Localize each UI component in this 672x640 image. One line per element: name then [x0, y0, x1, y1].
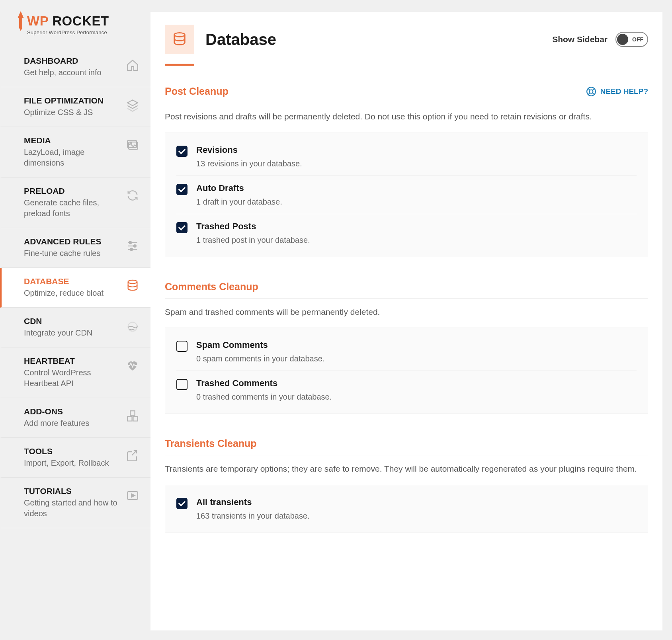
option-row: Trashed Comments 0 trashed comments in y… [176, 371, 637, 404]
toggle-knob [617, 34, 628, 45]
options-panel: Spam Comments 0 spam comments in your da… [165, 328, 648, 414]
nav-subtitle: Control WordPress Heartbeat API [24, 367, 121, 389]
svg-point-6 [129, 242, 132, 244]
checkbox[interactable] [176, 498, 188, 509]
nav-title: ADVANCED RULES [24, 237, 121, 246]
sidebar-item-media[interactable]: MEDIA LazyLoad, image dimensions [0, 127, 150, 178]
option-label: Auto Drafts [196, 183, 282, 193]
option-label: All transients [196, 497, 310, 507]
svg-line-20 [592, 93, 594, 95]
sidebar-item-cdn[interactable]: CDN Integrate your CDN [0, 308, 150, 347]
page-header: Database Show Sidebar OFF [165, 12, 648, 64]
main-content: Database Show Sidebar OFF Post Cleanup N… [150, 12, 662, 630]
show-sidebar-label: Show Sidebar [552, 35, 608, 44]
sidebar-item-tools[interactable]: TOOLS Import, Export, Rollback [0, 438, 150, 478]
sidebar-item-file-optimization[interactable]: FILE OPTIMIZATION Optimize CSS & JS [0, 87, 150, 127]
database-icon [165, 25, 194, 54]
svg-rect-13 [133, 416, 137, 421]
sidebar-item-tutorials[interactable]: TUTORIALS Getting started and how to vid… [0, 478, 150, 528]
option-row: Spam Comments 0 spam comments in your da… [176, 338, 637, 371]
section-desc: Spam and trashed comments will be perman… [165, 306, 648, 318]
sidebar-item-database[interactable]: DATABASE Optimize, reduce bloat [0, 268, 150, 308]
nav-subtitle: Import, Export, Rollback [24, 458, 121, 468]
nav-title: FILE OPTIMIZATION [24, 96, 121, 105]
svg-point-18 [589, 90, 593, 93]
nav-title: DATABASE [24, 277, 121, 286]
svg-marker-15 [131, 494, 135, 498]
nav-title: PRELOAD [24, 186, 121, 196]
option-label: Spam Comments [196, 340, 324, 350]
option-row: Trashed Posts 1 trashed post in your dat… [176, 214, 637, 247]
nav-subtitle: Get help, account info [24, 67, 121, 78]
sliders-icon [126, 239, 139, 253]
sidebar-item-heartbeat[interactable]: HEARTBEAT Control WordPress Heartbeat AP… [0, 347, 150, 398]
option-sub: 13 revisions in your database. [196, 159, 302, 168]
section-post-cleanup: Post Cleanup NEED HELP? Post revisions a… [165, 86, 648, 257]
svg-line-22 [588, 93, 590, 95]
nav-subtitle: Integrate your CDN [24, 328, 121, 338]
options-panel: Revisions 13 revisions in your database.… [165, 133, 648, 257]
sidebar-item-preload[interactable]: PRELOAD Generate cache files, preload fo… [0, 178, 150, 228]
heartbeat-icon [126, 359, 139, 372]
section-title: Comments Cleanup [165, 281, 258, 293]
checkbox[interactable] [176, 341, 188, 352]
nav-title: HEARTBEAT [24, 356, 121, 366]
option-label: Trashed Comments [196, 378, 332, 388]
layers-icon [126, 98, 139, 112]
option-row: All transients 163 transients in your da… [176, 495, 637, 523]
section-transients-cleanup: Transients Cleanup Transients are tempor… [165, 438, 648, 533]
option-sub: 163 transients in your database. [196, 511, 310, 521]
nav-subtitle: LazyLoad, image dimensions [24, 147, 121, 168]
need-help-link[interactable]: NEED HELP? [586, 86, 648, 97]
nav-subtitle: Generate cache files, preload fonts [24, 197, 121, 219]
section-desc: Transients are temporary options; they a… [165, 462, 648, 475]
section-desc: Post revisions and drafts will be perman… [165, 110, 648, 123]
page-title: Database [205, 31, 276, 49]
home-icon [126, 59, 139, 72]
globe-icon [126, 319, 139, 332]
brand-name-part1: WP [27, 14, 49, 28]
svg-rect-12 [127, 416, 132, 421]
nav-subtitle: Add more features [24, 418, 121, 429]
sidebar: WP ROCKET Superior WordPress Performance… [0, 0, 150, 640]
svg-point-16 [174, 33, 185, 37]
brand-name-part2: ROCKET [49, 14, 109, 28]
option-sub: 1 draft in your database. [196, 197, 282, 207]
section-title: Transients Cleanup [165, 438, 257, 449]
svg-point-9 [128, 280, 137, 284]
svg-rect-11 [130, 411, 135, 415]
sidebar-item-add-ons[interactable]: ADD-ONS Add more features [0, 398, 150, 438]
show-sidebar-toggle[interactable]: OFF [615, 32, 648, 47]
svg-point-8 [130, 248, 133, 251]
svg-line-21 [592, 88, 594, 90]
nav-title: ADD-ONS [24, 407, 121, 416]
checkbox[interactable] [176, 222, 188, 233]
toggle-state-text: OFF [632, 36, 643, 43]
svg-line-19 [588, 88, 590, 90]
database-icon [126, 279, 139, 293]
boxes-icon [126, 409, 139, 423]
accent-bar [165, 64, 194, 66]
images-icon [126, 138, 139, 152]
nav-subtitle: Getting started and how to videos [24, 498, 121, 519]
nav-subtitle: Optimize CSS & JS [24, 107, 121, 118]
nav-subtitle: Optimize, reduce bloat [24, 288, 121, 299]
option-row: Auto Drafts 1 draft in your database. [176, 176, 637, 214]
option-label: Revisions [196, 145, 302, 155]
section-comments-cleanup: Comments Cleanup Spam and trashed commen… [165, 281, 648, 414]
need-help-label: NEED HELP? [600, 87, 648, 96]
refresh-icon [126, 189, 139, 202]
svg-point-7 [134, 245, 136, 247]
lifebuoy-icon [586, 86, 596, 97]
sidebar-item-advanced-rules[interactable]: ADVANCED RULES Fine-tune cache rules [0, 228, 150, 268]
rocket-icon [16, 11, 25, 33]
checkbox[interactable] [176, 379, 188, 390]
sidebar-item-dashboard[interactable]: DASHBOARD Get help, account info [0, 47, 150, 87]
option-sub: 0 spam comments in your database. [196, 354, 324, 363]
option-sub: 1 trashed post in your database. [196, 236, 310, 245]
export-icon [126, 449, 139, 462]
checkbox[interactable] [176, 146, 188, 157]
sidebar-nav: DASHBOARD Get help, account info FILE OP… [0, 47, 150, 528]
option-label: Trashed Posts [196, 221, 310, 232]
checkbox[interactable] [176, 184, 188, 195]
